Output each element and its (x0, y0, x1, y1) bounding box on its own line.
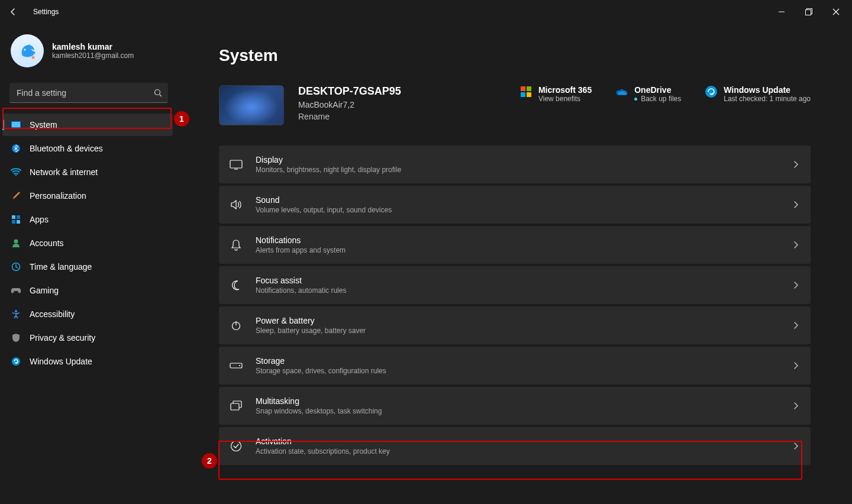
quick-tile-windows-update[interactable]: Windows Update Last checked: 1 minute ag… (705, 85, 811, 103)
svg-point-3 (24, 49, 26, 51)
profile-email: kamlesh2011@gmail.com (52, 51, 134, 60)
device-model: MacBookAir7,2 (298, 100, 401, 109)
sidebar-item-accounts[interactable]: Accounts (2, 232, 173, 254)
sidebar-item-time-language[interactable]: Time & language (2, 256, 173, 278)
card-display[interactable]: Display Monitors, brightness, night ligh… (219, 146, 811, 183)
sidebar-item-bluetooth[interactable]: Bluetooth & devices (2, 137, 173, 160)
quick-tile-m365[interactable]: Microsoft 365 View benefits (519, 85, 592, 103)
svg-point-32 (231, 441, 241, 451)
card-multitasking[interactable]: Multitasking Snap windows, desktops, tas… (219, 387, 811, 425)
device-name: DESKTOP-7GSAP95 (298, 85, 401, 98)
card-sub: Volume levels, output, input, sound devi… (256, 206, 392, 214)
svg-point-23 (705, 86, 717, 98)
main-content: System DESKTOP-7GSAP95 MacBookAir7,2 Ren… (178, 24, 852, 504)
sidebar-item-personalization[interactable]: Personalization (2, 185, 173, 207)
svg-point-17 (15, 310, 17, 312)
card-sub: Monitors, brightness, night light, displ… (256, 166, 401, 174)
sidebar-item-label: System (30, 120, 57, 130)
svg-rect-31 (231, 403, 239, 410)
avatar (11, 34, 44, 67)
sidebar-item-label: Windows Update (30, 357, 92, 366)
chevron-right-icon (793, 402, 799, 410)
chevron-right-icon (793, 241, 799, 249)
display-icon (230, 158, 243, 171)
svg-rect-11 (12, 215, 15, 219)
minimize-button[interactable] (768, 0, 795, 24)
search-input[interactable] (9, 83, 168, 103)
sidebar-item-label: Personalization (30, 191, 86, 201)
svg-point-15 (14, 240, 18, 244)
card-sub: Sleep, battery usage, battery saver (256, 327, 366, 335)
card-label: Focus assist (256, 276, 346, 285)
search-box (9, 83, 168, 103)
card-notifications[interactable]: Notifications Alerts from apps and syste… (219, 226, 811, 264)
shield-icon (11, 332, 21, 343)
quick-tile-title: Windows Update (724, 85, 811, 95)
apps-icon (11, 214, 21, 225)
m365-icon (519, 85, 532, 98)
sound-icon (230, 198, 243, 211)
card-label: Sound (256, 195, 392, 205)
card-sound[interactable]: Sound Volume levels, output, input, soun… (219, 186, 811, 224)
svg-rect-12 (17, 215, 20, 219)
card-sub: Notifications, automatic rules (256, 286, 346, 295)
windows-update-icon (705, 85, 718, 98)
card-label: Notifications (256, 235, 346, 245)
system-icon (11, 119, 21, 130)
chevron-right-icon (793, 160, 799, 169)
profile-name: kamlesh kumar (52, 42, 134, 51)
sidebar-item-label: Accessibility (30, 309, 75, 319)
svg-rect-20 (527, 86, 531, 91)
sidebar-item-apps[interactable]: Apps (2, 208, 173, 231)
svg-point-10 (15, 175, 17, 176)
close-button[interactable] (822, 0, 850, 24)
svg-rect-24 (230, 160, 242, 168)
sidebar-item-label: Apps (30, 215, 49, 224)
moon-icon (230, 279, 243, 292)
clock-globe-icon (11, 261, 21, 272)
quick-tile-onedrive[interactable]: OneDrive Back up files (615, 85, 681, 103)
quick-tile-sub: Last checked: 1 minute ago (724, 95, 811, 103)
checkmark-circle-icon (230, 440, 243, 453)
svg-rect-14 (17, 220, 20, 224)
sidebar-item-accessibility[interactable]: Accessibility (2, 303, 173, 325)
card-storage[interactable]: Storage Storage space, drives, configura… (219, 347, 811, 385)
sidebar-item-system[interactable]: System (2, 114, 173, 136)
window-title: Settings (33, 8, 59, 16)
sidebar-item-gaming[interactable]: Gaming (2, 279, 173, 302)
maximize-button[interactable] (795, 0, 822, 24)
quick-tile-sub: Back up files (634, 95, 681, 103)
multitasking-icon (230, 399, 243, 412)
sidebar: kamlesh kumar kamlesh2011@gmail.com Syst… (0, 24, 178, 504)
update-icon (11, 356, 21, 367)
settings-cards: Display Monitors, brightness, night ligh… (219, 146, 811, 465)
quick-tile-title: OneDrive (634, 85, 681, 95)
chevron-right-icon (793, 321, 799, 329)
device-thumbnail[interactable] (219, 85, 284, 125)
card-power-battery[interactable]: Power & battery Sleep, battery usage, ba… (219, 306, 811, 344)
svg-rect-22 (527, 92, 531, 97)
card-label: Power & battery (256, 316, 366, 325)
card-label: Storage (256, 356, 386, 366)
chevron-right-icon (793, 281, 799, 289)
onedrive-icon (615, 85, 628, 98)
card-activation[interactable]: Activation Activation state, subscriptio… (219, 427, 811, 465)
profile[interactable]: kamlesh kumar kamlesh2011@gmail.com (0, 34, 178, 73)
sidebar-item-network[interactable]: Network & internet (2, 161, 173, 183)
svg-rect-2 (806, 10, 811, 15)
rename-link[interactable]: Rename (298, 112, 401, 121)
person-icon (11, 238, 21, 248)
back-button[interactable] (7, 6, 19, 18)
sidebar-item-windows-update[interactable]: Windows Update (2, 350, 173, 373)
svg-rect-21 (521, 92, 525, 97)
svg-point-4 (32, 56, 35, 59)
card-sub: Activation state, subscriptions, product… (256, 447, 390, 455)
storage-icon (230, 359, 243, 372)
window-controls (768, 0, 850, 24)
svg-rect-13 (12, 220, 15, 224)
sidebar-item-label: Accounts (30, 238, 64, 248)
quick-tiles: Microsoft 365 View benefits OneDrive Bac… (519, 85, 811, 103)
svg-point-18 (12, 357, 20, 366)
card-focus-assist[interactable]: Focus assist Notifications, automatic ru… (219, 266, 811, 304)
sidebar-item-privacy[interactable]: Privacy & security (2, 327, 173, 349)
